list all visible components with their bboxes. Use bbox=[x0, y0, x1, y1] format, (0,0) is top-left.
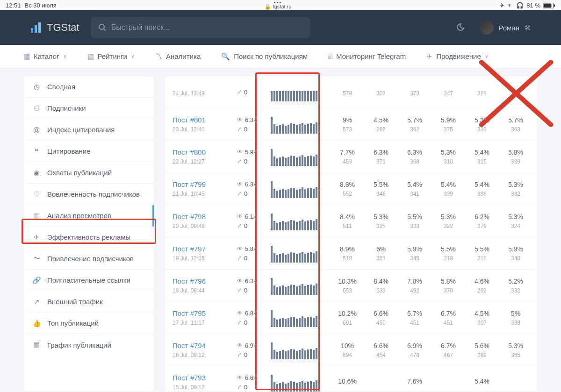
sidebar-item[interactable]: ↗Внешний трафик bbox=[24, 291, 154, 313]
sidebar-item[interactable]: ✈Эффективность рекламы bbox=[24, 227, 154, 248]
sparkline-chart bbox=[268, 147, 324, 166]
ios-status-bar: 12:51 Вс 30 июля ••• 🔒 tgstat.ru ✈ ᯤ 🎧 8… bbox=[0, 0, 561, 10]
logo[interactable]: TGStat bbox=[30, 21, 79, 34]
topnav-item[interactable]: 〽Аналитика bbox=[155, 52, 201, 60]
metric-val: 286 bbox=[366, 126, 396, 133]
sidebar-item[interactable]: ⚇Подписчики bbox=[24, 98, 154, 119]
topnav-item[interactable]: ✈Продвижение∨ bbox=[426, 52, 489, 61]
metric-val: 365 bbox=[501, 352, 531, 358]
metric-val: 454 bbox=[366, 352, 396, 358]
shares-stat: ⤤0 bbox=[237, 126, 264, 133]
sidebar-item[interactable]: ▦График публикаций bbox=[24, 334, 154, 356]
metric-val: 653 bbox=[332, 287, 362, 294]
metric-cell: 5.3%324 bbox=[501, 213, 531, 229]
sidebar-item[interactable]: ▥Анализ просмотров bbox=[24, 205, 154, 227]
metric-cell: 4.8%294 bbox=[534, 213, 538, 229]
search-box[interactable] bbox=[91, 17, 310, 38]
sidebar-item[interactable]: @Индекс цитирования bbox=[24, 119, 154, 141]
theme-toggle-icon[interactable] bbox=[456, 22, 467, 33]
shares-stat: ⤤0 bbox=[237, 319, 264, 326]
metric-pct: 4.5% bbox=[467, 310, 497, 317]
topnav-item[interactable]: ⎚Мониторинг Telegram bbox=[328, 52, 406, 60]
metric-cell: 5.6%355 bbox=[534, 181, 538, 197]
post-link[interactable]: Пост #795 bbox=[173, 309, 233, 317]
metric-cell: 5.5%333 bbox=[400, 213, 430, 229]
airplane-icon: ✈ bbox=[499, 2, 504, 9]
share-icon: ⤤ bbox=[237, 384, 242, 390]
metric-cell: 5.5%319 bbox=[433, 245, 463, 262]
link-icon: 🔗 bbox=[32, 276, 41, 285]
metric-cell: 4.6%292 bbox=[467, 278, 497, 294]
metric-cell: 6.2%379 bbox=[467, 213, 497, 229]
metric-val: 338 bbox=[467, 191, 497, 197]
metric-pct: 5.9% bbox=[400, 245, 430, 253]
metric-val: 339 bbox=[433, 191, 463, 197]
nav-icon: 🔍 bbox=[221, 52, 230, 61]
site-header: TGStat Роман 🛠 bbox=[0, 10, 561, 45]
topnav-item[interactable]: ▦Каталог∨ bbox=[23, 52, 67, 61]
share-icon: ⤤ bbox=[237, 89, 242, 95]
shares-stat: ⤤0 bbox=[237, 89, 264, 96]
metric-pct: 6% bbox=[534, 278, 538, 285]
search-input[interactable] bbox=[111, 23, 303, 32]
sidebar-item[interactable]: ❝Цитирование bbox=[24, 141, 154, 162]
metric-val: 314 bbox=[534, 90, 538, 97]
metric-cell: 5.6%389 bbox=[467, 342, 497, 358]
nav-label: Мониторинг Telegram bbox=[336, 52, 406, 60]
nav-label: Продвижение bbox=[436, 52, 481, 60]
users-icon: ⚇ bbox=[32, 104, 41, 113]
status-time: 12:51 bbox=[6, 2, 21, 9]
status-url: tgstat.ru bbox=[273, 4, 292, 9]
post-link[interactable]: Пост #800 bbox=[173, 148, 233, 156]
user-menu[interactable]: Роман 🛠 bbox=[480, 21, 531, 35]
sidebar-item[interactable]: 🔗Пригласительные ссылки bbox=[24, 270, 154, 291]
metric-cell: 9%573 bbox=[332, 116, 362, 133]
sidebar-item[interactable]: 👍Топ публикаций bbox=[24, 313, 154, 334]
topnav-item[interactable]: ▤Рейтинги∨ bbox=[87, 52, 135, 61]
sparkline-chart bbox=[268, 341, 324, 359]
metric-val: 319 bbox=[433, 255, 463, 262]
metric-pct: 5.8% bbox=[534, 310, 538, 317]
post-link[interactable]: Пост #797 bbox=[173, 245, 233, 253]
metric-val: 322 bbox=[433, 223, 463, 229]
post-link[interactable]: Пост #793 bbox=[173, 374, 233, 382]
sidebar-item[interactable]: ◷Сводная bbox=[24, 76, 154, 98]
metric-val: 691 bbox=[332, 320, 362, 326]
nav-label: Каталог bbox=[34, 52, 59, 60]
post-link[interactable]: Пост #799 bbox=[173, 180, 233, 188]
post-link[interactable]: Пост #796 bbox=[173, 277, 233, 285]
metric-cell: 6.3%371 bbox=[366, 149, 396, 165]
shares-stat: ⤤0 bbox=[237, 255, 264, 262]
metric-val: 382 bbox=[534, 287, 538, 294]
metric-cell: 10%694 bbox=[332, 342, 362, 358]
metric-pct: 5.7% bbox=[534, 116, 538, 124]
sidebar-item[interactable]: 〜Привлечение подписчиков bbox=[24, 248, 154, 270]
metric-cell: 371 bbox=[501, 88, 531, 97]
metric-cell: 8.8%552 bbox=[332, 181, 362, 197]
post-link[interactable]: Пост #794 bbox=[173, 342, 233, 349]
post-link[interactable]: Пост #798 bbox=[173, 213, 233, 221]
metric-pct: 5.9% bbox=[433, 116, 463, 124]
topnav-item[interactable]: 🔍Поиск по публикациям bbox=[221, 52, 308, 61]
eye-icon: 👁 bbox=[237, 213, 243, 220]
sidebar-item[interactable]: ◉Охваты публикаций bbox=[24, 162, 154, 184]
metric-cell: 5.4%338 bbox=[467, 181, 497, 197]
metric-val: 511 bbox=[332, 223, 362, 229]
metric-cell: 7.6% bbox=[400, 378, 430, 387]
battery-pct: 81 % bbox=[526, 2, 540, 9]
share-icon: ⤤ bbox=[237, 287, 242, 293]
shares-stat: ⤤0 bbox=[237, 158, 264, 165]
table-row: Пост #794 16 Jul, 09:12 👁6.9k ⤤0 10%6946… bbox=[165, 334, 537, 366]
metric-val: 552 bbox=[332, 191, 362, 197]
post-link[interactable]: Пост #801 bbox=[173, 116, 233, 124]
metric-val: 370 bbox=[433, 287, 463, 294]
metric-pct: 5.3% bbox=[467, 116, 497, 124]
metric-pct: 8.4% bbox=[332, 213, 362, 221]
metric-val: 340 bbox=[501, 255, 531, 262]
top-nav: ▦Каталог∨▤Рейтинги∨〽Аналитика🔍Поиск по п… bbox=[0, 45, 561, 68]
metric-pct: 10.2% bbox=[332, 310, 362, 317]
table-row: Пост #798 20 Jul, 09:46 👁6.1k ⤤0 8.4%511… bbox=[165, 205, 537, 237]
sidebar-item[interactable]: ♡Вовлеченность подписчиков bbox=[24, 184, 154, 205]
eye-icon: ◉ bbox=[32, 169, 41, 177]
battery-icon bbox=[543, 2, 555, 9]
